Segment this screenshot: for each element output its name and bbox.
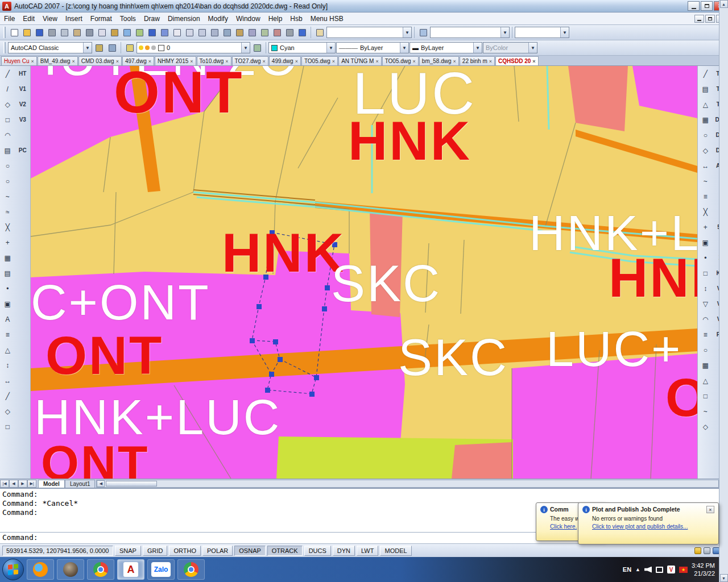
- zoom-previous-icon[interactable]: [208, 26, 221, 39]
- draw-tool-icon[interactable]: ▣: [0, 296, 15, 311]
- text-style-combo[interactable]: ▼: [326, 27, 412, 38]
- layout-tab-layout1[interactable]: Layout1: [65, 480, 96, 488]
- layer-combo[interactable]: 0 ▼: [136, 42, 250, 53]
- status-toggle-dyn[interactable]: DYN: [333, 546, 355, 556]
- draw-tool-icon[interactable]: ≈: [0, 204, 15, 219]
- paste-icon[interactable]: [108, 26, 121, 39]
- chevron-down-icon[interactable]: ▼: [560, 27, 569, 38]
- layer-properties-icon[interactable]: [123, 41, 136, 54]
- modify-tool-icon[interactable]: ▣: [698, 235, 713, 250]
- layer-previous-icon[interactable]: [251, 41, 263, 54]
- scrollbar-thumb[interactable]: [106, 481, 157, 487]
- file-tab[interactable]: To10.dwg×: [197, 56, 231, 65]
- dim-style-combo[interactable]: ▼: [430, 27, 510, 38]
- plot-status-icon[interactable]: [704, 547, 710, 554]
- file-tab[interactable]: NHMY 2015×: [155, 56, 196, 65]
- zoom-realtime-icon[interactable]: [183, 26, 196, 39]
- modify-tool-icon[interactable]: ~: [698, 173, 713, 189]
- file-tab[interactable]: TO27.dwg×: [232, 56, 268, 65]
- pan-icon[interactable]: [171, 26, 183, 39]
- modify-tool-icon[interactable]: ↕: [698, 281, 713, 296]
- selection-grip[interactable]: [309, 392, 315, 397]
- modify-tool-icon[interactable]: ~: [698, 404, 713, 419]
- taskbar-chrome-button[interactable]: [87, 559, 114, 580]
- tab-first-icon[interactable]: |◀: [0, 480, 9, 488]
- match-properties-icon[interactable]: [121, 26, 133, 39]
- status-toggle-ducs[interactable]: DUCS: [304, 546, 331, 556]
- tab-close-icon[interactable]: ×: [453, 59, 456, 64]
- selection-grip[interactable]: [322, 306, 327, 311]
- selection-grip[interactable]: [273, 339, 278, 344]
- draw-tool-icon[interactable]: ◇: [0, 97, 15, 112]
- draw-tool-icon[interactable]: /: [0, 81, 15, 97]
- redo-icon[interactable]: [158, 26, 171, 39]
- menu-tools[interactable]: Tools: [116, 14, 140, 24]
- block-editor-icon[interactable]: [133, 26, 146, 39]
- file-tab[interactable]: CQHSDD 20×: [495, 56, 539, 65]
- linetype-combo[interactable]: ——— ByLayer ▼: [336, 42, 409, 53]
- modify-tool-icon[interactable]: □: [698, 388, 713, 404]
- draw-tool-icon[interactable]: ▤: [0, 143, 15, 158]
- menu-dimension[interactable]: Dimension: [164, 14, 204, 24]
- menu-window[interactable]: Window: [232, 14, 264, 24]
- color-combo[interactable]: Cyan ▼: [268, 42, 336, 53]
- draw-tool-icon[interactable]: ~: [0, 189, 15, 204]
- toolbar-grip[interactable]: [3, 42, 6, 53]
- undo-icon[interactable]: [146, 26, 158, 39]
- network-icon[interactable]: [656, 567, 663, 573]
- modify-tool-icon[interactable]: ▦: [698, 357, 713, 373]
- chevron-down-icon[interactable]: ▼: [326, 43, 335, 53]
- scroll-up-icon[interactable]: ▲: [720, 0, 728, 8]
- toolbar-grip[interactable]: [3, 27, 6, 38]
- tab-close-icon[interactable]: ×: [72, 59, 75, 64]
- modify-tool-icon[interactable]: •: [698, 250, 713, 265]
- start-button[interactable]: [2, 559, 24, 580]
- modify-tool-icon[interactable]: ◇: [698, 143, 713, 158]
- modify-tool-icon[interactable]: ↔: [698, 158, 713, 173]
- file-tab[interactable]: 497.dwg×: [122, 56, 154, 65]
- status-toggle-osnap[interactable]: OSNAP: [234, 546, 266, 556]
- modify-tool-icon[interactable]: ○: [698, 127, 713, 143]
- status-toggle-model[interactable]: MODEL: [380, 546, 411, 556]
- file-tab[interactable]: 499.dwg×: [269, 56, 301, 65]
- properties-icon[interactable]: [221, 26, 233, 39]
- tab-close-icon[interactable]: ×: [148, 59, 151, 64]
- sheetset-icon[interactable]: [258, 26, 271, 39]
- copy-icon[interactable]: [96, 26, 108, 39]
- draw-tool-v2[interactable]: V2: [15, 97, 31, 112]
- draw-tool-icon[interactable]: ◠: [0, 127, 15, 143]
- language-indicator[interactable]: EN: [623, 566, 631, 573]
- modify-tool-icon[interactable]: ○: [698, 342, 713, 357]
- modify-tool-icon[interactable]: ▽: [698, 296, 713, 311]
- file-tab[interactable]: Huyen Cu×: [1, 56, 37, 65]
- designcenter-icon[interactable]: [233, 26, 246, 39]
- modify-tool-icon[interactable]: ▦: [698, 112, 713, 127]
- draw-tool-pc[interactable]: PC: [15, 143, 31, 158]
- file-tab[interactable]: TO05.dwg×: [301, 56, 338, 65]
- file-tab[interactable]: TO05.dwg×: [382, 56, 419, 65]
- selection-grip[interactable]: [257, 304, 262, 309]
- text-style-icon[interactable]: [313, 26, 326, 39]
- tab-close-icon[interactable]: ×: [532, 59, 535, 64]
- taskbar-chrome2-button[interactable]: [177, 559, 205, 580]
- selection-grip[interactable]: [263, 275, 268, 280]
- draw-tool-icon[interactable]: ○: [0, 158, 15, 173]
- modify-tool-icon[interactable]: ◇: [698, 419, 713, 434]
- modify-tool-icon[interactable]: □: [698, 265, 713, 281]
- speaker-icon[interactable]: [644, 567, 652, 573]
- menu-insert[interactable]: Insert: [61, 14, 86, 24]
- scroll-down-icon[interactable]: ▼: [720, 574, 728, 582]
- save-icon[interactable]: [33, 26, 46, 39]
- draw-tool-icon[interactable]: ╱: [0, 66, 15, 81]
- doc-restore-button[interactable]: [705, 15, 715, 23]
- menu-menu-hsb[interactable]: Menu HSB: [307, 14, 348, 24]
- draw-tool-icon[interactable]: △: [0, 342, 15, 357]
- selection-grip[interactable]: [250, 338, 255, 343]
- tool-palettes-icon[interactable]: [246, 26, 258, 39]
- chevron-down-icon[interactable]: ▼: [500, 27, 509, 38]
- menu-help[interactable]: Help: [264, 14, 287, 24]
- publish-icon[interactable]: [71, 26, 83, 39]
- save-workspace-icon[interactable]: [106, 41, 118, 54]
- taskbar-zalo-button[interactable]: Zalo: [147, 559, 175, 580]
- modify-tool-icon[interactable]: ≡: [698, 189, 713, 204]
